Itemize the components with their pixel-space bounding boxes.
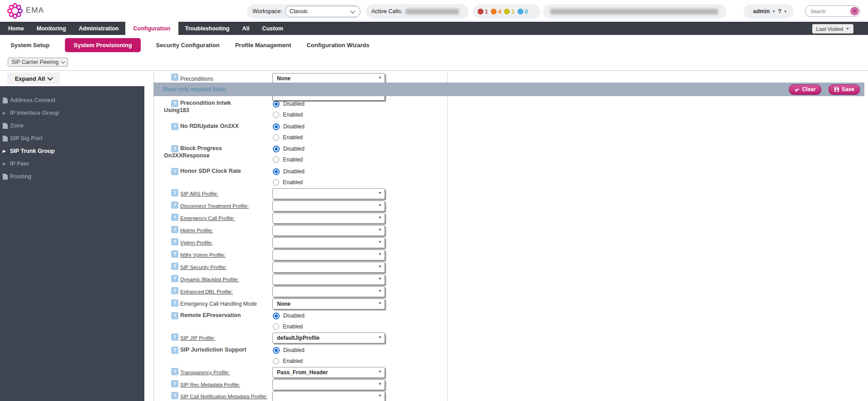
clear-button[interactable]: Clear [789,84,821,95]
sip-call-notification-metadata-profile-dropdown[interactable]: ▼ [272,391,385,401]
major-alarm-count: 4 [498,8,501,15]
provisioning-category-select[interactable]: SIP Carrier Peering [8,58,68,67]
radio-selected-icon[interactable] [273,313,280,319]
radio-unselected-icon[interactable] [273,134,279,141]
redacted-active-calls-value [405,9,459,15]
sidebar-item-sip-sig-port[interactable]: SIP Sig Port [0,132,144,145]
form-row-emergency-call-profile: ? Emergency Call Profile: ▼ [153,213,447,225]
sip-ars-profile-dropdown[interactable]: ▼ [272,188,385,199]
nav-item-home[interactable]: Home [0,22,30,35]
sidebar-item-routing[interactable]: Routing [0,170,144,183]
clear-pencil-icon [794,87,800,92]
field-label-link[interactable]: Vplmn Profile: [164,239,272,246]
workspace-label: Workspace: [252,8,282,15]
tab-system-provisioning[interactable]: System Provisioning [65,38,141,52]
radio-unselected-icon[interactable] [273,323,279,330]
radio-option-enabled[interactable]: Enabled [273,323,303,330]
hplmn-profile-dropdown[interactable]: ▼ [272,225,385,236]
radio-selected-icon[interactable] [273,101,280,108]
nav-item-configuration[interactable]: Configuration [125,22,179,35]
enhanced-dbl-profile-dropdown[interactable]: ▼ [272,286,385,297]
radio-unselected-icon[interactable] [273,112,279,118]
nav-item-monitoring[interactable]: Monitoring [30,22,73,35]
dropdown-caret-icon: ▼ [378,333,382,342]
chevron-right-icon[interactable]: ▶ [3,111,8,115]
radio-option-disabled[interactable]: Disabled [273,168,305,175]
user-menu[interactable]: admin ▼ ? ▼ [744,4,794,19]
vplmn-profile-dropdown[interactable]: ▼ [272,237,385,248]
chevron-right-icon[interactable]: ▶ [3,161,8,166]
field-label-link[interactable]: SIP ARS Profile: [164,190,272,197]
radio-option-disabled[interactable]: Disabled [273,123,305,130]
tab-security-configuration[interactable]: Security Configuration [156,42,220,49]
chevron-right-icon[interactable]: ▶ [3,149,8,153]
save-button[interactable]: Save [829,84,860,95]
sidebar-item-sip-trunk-group[interactable]: ▶ SIP Trunk Group [0,145,144,157]
sidebar-item-address-context[interactable]: Address Context [0,94,144,107]
dynamic-blacklist-profile-dropdown[interactable]: ▼ [272,274,385,285]
search-input[interactable] [809,8,850,15]
tab-configuration-wizards[interactable]: Configuration Wizards [306,42,370,49]
radio-option-enabled[interactable]: Enabled [273,179,303,186]
nav-item-troubleshooting[interactable]: Troubleshooting [178,22,236,35]
nav-item-administration[interactable]: Administration [72,22,125,35]
field-label-link[interactable]: Transparency Profile: [164,369,272,376]
file-icon [3,123,8,129]
sip-jip-profile-dropdown[interactable]: defaultJipProfile▼ [272,333,385,343]
radio-option-enabled[interactable]: Enabled [273,111,303,118]
radio-option-disabled[interactable]: Disabled [273,312,305,319]
expand-all-button[interactable]: Expand All [7,73,60,84]
emergency-call-handling-mode-dropdown[interactable]: None▼ [272,298,385,309]
nav-item-custom[interactable]: Custom [256,22,290,35]
radio-option-disabled[interactable]: Disabled [273,100,305,108]
radio-option-disabled[interactable]: Disabled [273,145,305,152]
dropdown-caret-icon: ▼ [378,299,382,308]
tab-profile-management[interactable]: Profile Management [235,42,291,49]
field-label-link[interactable]: SIP Rec Metadata Profile: [164,381,272,388]
radio-unselected-icon[interactable] [273,358,279,364]
sip-security-profile-dropdown[interactable]: ▼ [272,262,385,273]
save-floppy-icon [834,87,839,92]
radio-selected-icon[interactable] [273,347,280,354]
radio-selected-icon[interactable] [273,146,280,152]
nav-item-all[interactable]: All [236,22,256,35]
n9hr-vplmn-profile-dropdown[interactable]: ▼ [272,249,385,260]
tab-system-setup[interactable]: System Setup [10,42,49,49]
field-label-link[interactable]: Hplmn Profile: [164,227,272,234]
field-label: No RDIUpdate On3XX [164,122,272,130]
field-label-link[interactable]: SIP Security Profile: [164,264,272,271]
field-label-link[interactable]: SIP JIP Profile: [164,334,272,342]
sidebar-item-ip-peer[interactable]: ▶ IP Peer [0,157,144,170]
sidebar-item-ip-interface-group[interactable]: ▶ IP Interface Group [0,107,144,119]
radio-unselected-icon[interactable] [273,179,279,186]
sip-rec-metadata-profile-dropdown[interactable]: ▼ [272,379,385,390]
workspace-select[interactable]: Classic [285,6,360,17]
radio-option-disabled[interactable]: Disabled [273,347,305,354]
search-box [805,5,860,17]
emergency-call-profile-dropdown[interactable]: ▼ [272,213,385,224]
minor-alarm-count: 1 [511,8,514,15]
active-calls-group: Active Calls: [366,4,469,19]
help-menu[interactable]: ? [778,8,781,15]
alarm-summary[interactable]: 1 4 1 0 [473,4,540,19]
radio-unselected-icon[interactable] [273,156,279,163]
radio-option-enabled[interactable]: Enabled [273,134,303,141]
transparency-profile-dropdown[interactable]: Pass_From_Header▼ [272,367,385,378]
disconnect-treatment-profile-dropdown[interactable]: ▼ [272,200,385,211]
search-button[interactable] [850,7,859,15]
form-row-sip-jip-profile: ? SIP JIP Profile: defaultJipProfile▼ [153,333,447,345]
show-required-fields-link[interactable]: Show only required fields [163,86,226,93]
form-row-precondition-intwk: ? Precondition IntwkUsing183 Disabled En… [153,99,447,122]
radio-option-enabled[interactable]: Enabled [273,357,303,365]
field-label-link[interactable]: SIP Call Notification Metadata Profile: [164,393,272,400]
sidebar-item-zone[interactable]: Zone [0,119,144,132]
field-label-link[interactable]: Disconnect Treatment Profile: [164,202,272,210]
radio-selected-icon[interactable] [273,168,280,175]
last-visited-button[interactable]: Last Visited ▼ [812,24,853,34]
field-label-link[interactable]: Dynamic Blacklist Profile: [164,276,272,283]
field-label-link[interactable]: Enhanced DBL Profile: [164,288,272,295]
radio-option-enabled[interactable]: Enabled [273,156,303,163]
field-label-link[interactable]: Emergency Call Profile: [164,215,272,222]
radio-selected-icon[interactable] [273,123,280,130]
field-label-link[interactable]: N9hr Vplmn Profile: [164,251,272,259]
